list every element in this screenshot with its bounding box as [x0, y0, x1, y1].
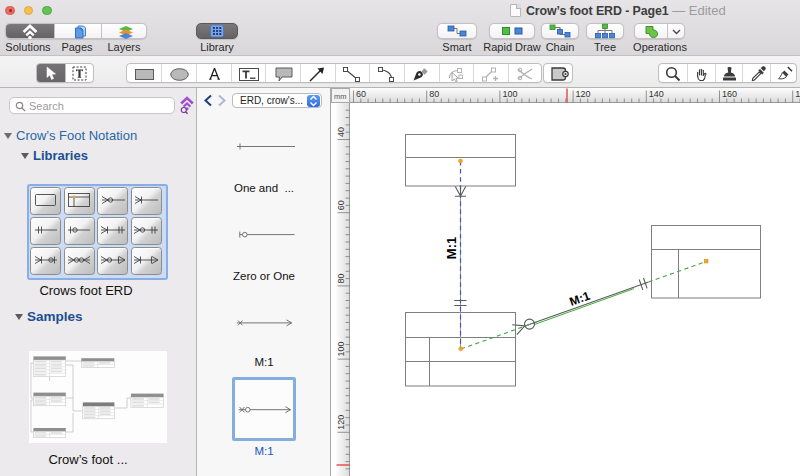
svg-text:80: 80	[336, 273, 346, 283]
svg-text:120: 120	[576, 89, 591, 99]
svg-text:140: 140	[649, 89, 664, 99]
svg-text:mm: mm	[334, 92, 347, 101]
svg-text:120: 120	[336, 415, 346, 430]
svg-text:100: 100	[336, 342, 346, 357]
svg-text:100: 100	[502, 89, 517, 99]
svg-text:40: 40	[336, 127, 346, 137]
svg-text:180: 180	[795, 89, 800, 99]
svg-text:M:1: M:1	[444, 237, 459, 259]
svg-text:60: 60	[336, 200, 346, 210]
svg-text:M:1: M:1	[568, 289, 592, 309]
svg-text:80: 80	[429, 89, 439, 99]
svg-text:160: 160	[722, 89, 737, 99]
svg-text:60: 60	[356, 89, 366, 99]
